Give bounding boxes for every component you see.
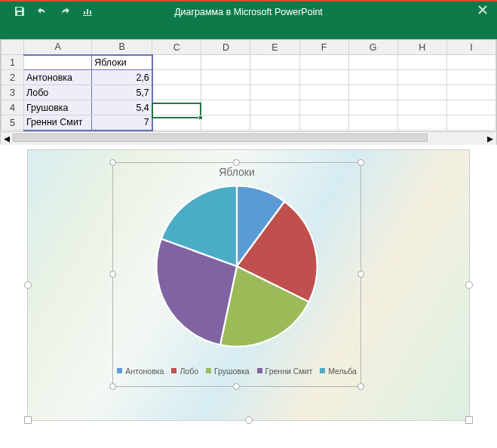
resize-handle[interactable] bbox=[109, 383, 116, 390]
titlebar: Диаграмма в Microsoft PowerPoint bbox=[0, 0, 497, 39]
cell[interactable]: Антоновка bbox=[24, 70, 92, 85]
resize-handle[interactable] bbox=[465, 281, 473, 289]
chart-object[interactable]: Яблоки АнтоновкаЛобоГрушовкаГренни СмитМ… bbox=[112, 162, 361, 387]
cell[interactable]: 5,7 bbox=[92, 85, 152, 100]
legend-swatch bbox=[257, 368, 262, 373]
col-header[interactable]: D bbox=[201, 40, 250, 55]
cell[interactable] bbox=[24, 55, 92, 70]
col-header[interactable]: E bbox=[250, 40, 299, 55]
save-icon[interactable] bbox=[14, 5, 26, 20]
scroll-track[interactable] bbox=[13, 133, 484, 143]
legend-item[interactable]: Грушовка bbox=[206, 367, 250, 376]
close-button[interactable] bbox=[477, 5, 491, 18]
cell[interactable]: Гренни Смит bbox=[24, 115, 92, 130]
undo-icon[interactable] bbox=[36, 5, 48, 20]
legend-swatch bbox=[206, 368, 211, 373]
table-row[interactable]: 5 Гренни Смит 7 bbox=[2, 115, 496, 130]
resize-handle[interactable] bbox=[109, 271, 116, 278]
slide[interactable]: Яблоки АнтоновкаЛобоГрушовкаГренни СмитМ… bbox=[27, 149, 470, 421]
col-header[interactable]: I bbox=[446, 40, 495, 55]
legend-swatch bbox=[171, 368, 176, 373]
resize-handle[interactable] bbox=[24, 281, 32, 289]
row-header[interactable]: 4 bbox=[2, 100, 24, 115]
sheet-grid[interactable]: A B C D E F G H I 1 Яблоки 2 Антоновка 2… bbox=[1, 39, 496, 131]
spreadsheet[interactable]: A B C D E F G H I 1 Яблоки 2 Антоновка 2… bbox=[0, 39, 497, 145]
row-header[interactable]: 1 bbox=[2, 55, 24, 70]
horizontal-scrollbar[interactable]: ◂ ▸ bbox=[1, 131, 496, 145]
table-row[interactable]: 1 Яблоки bbox=[2, 55, 496, 70]
col-header[interactable]: H bbox=[397, 40, 446, 55]
col-header[interactable]: G bbox=[348, 40, 397, 55]
slide-area: Яблоки АнтоновкаЛобоГрушовкаГренни СмитМ… bbox=[0, 145, 497, 428]
legend-label: Антоновка bbox=[125, 367, 164, 376]
column-header-row[interactable]: A B C D E F G H I bbox=[2, 40, 496, 55]
scroll-thumb[interactable] bbox=[13, 133, 428, 142]
table-row[interactable]: 2 Антоновка 2,6 bbox=[2, 70, 496, 85]
scroll-right-icon[interactable]: ▸ bbox=[484, 132, 496, 144]
legend-label: Мельба bbox=[328, 367, 357, 376]
legend-label: Лобо bbox=[179, 367, 198, 376]
col-header[interactable]: C bbox=[152, 40, 201, 55]
resize-handle[interactable] bbox=[109, 159, 116, 166]
legend-item[interactable]: Гренни Смит bbox=[257, 367, 313, 376]
legend-swatch bbox=[117, 368, 122, 373]
row-header[interactable]: 2 bbox=[2, 70, 24, 85]
legend-label: Гренни Смит bbox=[265, 367, 313, 376]
legend-swatch bbox=[320, 368, 325, 373]
resize-handle[interactable] bbox=[233, 383, 240, 390]
legend-item[interactable]: Антоновка bbox=[117, 367, 164, 376]
quick-access-toolbar bbox=[0, 2, 101, 20]
cell[interactable]: 5,4 bbox=[92, 100, 152, 115]
row-header[interactable]: 5 bbox=[2, 115, 24, 130]
resize-handle[interactable] bbox=[24, 416, 32, 424]
resize-handle[interactable] bbox=[233, 159, 240, 166]
legend-item[interactable]: Лобо bbox=[171, 367, 198, 376]
active-cell-outline[interactable] bbox=[152, 103, 201, 118]
chart-legend[interactable]: АнтоновкаЛобоГрушовкаГренни СмитМельба bbox=[113, 367, 360, 376]
resize-handle[interactable] bbox=[357, 383, 364, 390]
cell[interactable]: Грушовка bbox=[24, 100, 92, 115]
fill-handle[interactable] bbox=[198, 115, 203, 120]
cell[interactable]: Лобо bbox=[24, 85, 92, 100]
resize-handle[interactable] bbox=[357, 159, 364, 166]
resize-handle[interactable] bbox=[245, 416, 253, 424]
col-header[interactable]: B bbox=[92, 40, 152, 55]
col-header[interactable]: A bbox=[24, 40, 92, 55]
resize-handle[interactable] bbox=[465, 416, 473, 424]
cell[interactable]: 7 bbox=[92, 115, 152, 130]
table-row[interactable]: 4 Грушовка 5,4 bbox=[2, 100, 496, 115]
table-row[interactable]: 3 Лобо 5,7 bbox=[2, 85, 496, 100]
col-header[interactable]: F bbox=[299, 40, 348, 55]
legend-item[interactable]: Мельба bbox=[320, 367, 357, 376]
scroll-left-icon[interactable]: ◂ bbox=[1, 132, 13, 144]
select-all-cell[interactable] bbox=[2, 40, 24, 55]
row-header[interactable]: 3 bbox=[2, 85, 24, 100]
redo-icon[interactable] bbox=[59, 5, 71, 20]
resize-handle[interactable] bbox=[357, 271, 364, 278]
cell[interactable]: Яблоки bbox=[92, 55, 152, 70]
chart-icon[interactable] bbox=[81, 5, 94, 20]
legend-label: Грушовка bbox=[214, 367, 250, 376]
pie-chart[interactable] bbox=[153, 183, 321, 350]
cell[interactable]: 2,6 bbox=[92, 70, 152, 85]
